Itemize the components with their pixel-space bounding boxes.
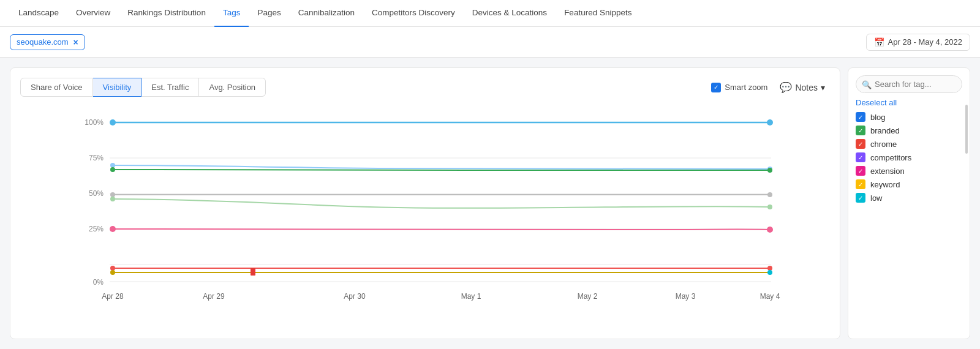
svg-point-27 bbox=[110, 270, 115, 275]
svg-text:Apr 29: Apr 29 bbox=[203, 292, 225, 301]
nav-item-landscape[interactable]: Landscape bbox=[10, 0, 67, 27]
tag-item-extension[interactable]: ✓ extension bbox=[856, 166, 962, 176]
tag-checkbox-competitors[interactable]: ✓ bbox=[856, 152, 865, 162]
svg-point-21 bbox=[110, 197, 115, 201]
svg-text:50%: 50% bbox=[89, 189, 104, 198]
tag-checkbox-blog[interactable]: ✓ bbox=[856, 112, 865, 122]
tag-search-wrapper: 🔍 bbox=[856, 75, 962, 93]
domain-label: seoquake.com bbox=[17, 37, 69, 47]
calendar-icon: 📅 bbox=[874, 37, 884, 47]
svg-point-19 bbox=[110, 192, 115, 197]
tag-item-branded[interactable]: ✓ branded bbox=[856, 126, 962, 135]
domain-tag[interactable]: seoquake.com × bbox=[10, 34, 85, 50]
tag-checkbox-low[interactable]: ✓ bbox=[856, 193, 865, 203]
svg-text:May 4: May 4 bbox=[760, 292, 780, 301]
svg-text:May 3: May 3 bbox=[676, 292, 696, 301]
right-panel: 🔍 Deselect all ✓ blog ✓ branded ✓ chrome… bbox=[848, 67, 970, 339]
svg-text:25%: 25% bbox=[89, 225, 104, 233]
svg-text:Apr 30: Apr 30 bbox=[344, 292, 366, 301]
svg-point-16 bbox=[110, 167, 115, 172]
svg-text:May 2: May 2 bbox=[578, 292, 598, 301]
tag-label-low: low bbox=[870, 193, 883, 203]
chart-svg: 100% 75% 50% 25% 0% bbox=[20, 104, 830, 312]
smart-zoom-control[interactable]: ✓ Smart zoom bbox=[711, 83, 767, 92]
chart-card: Share of VoiceVisibilityEst. TrafficAvg.… bbox=[10, 67, 840, 339]
tag-item-chrome[interactable]: ✓ chrome bbox=[856, 139, 962, 149]
nav-item-devices-&-locations[interactable]: Devices & Locations bbox=[464, 0, 556, 27]
nav-bar: LandscapeOverviewRankings DistributionTa… bbox=[0, 0, 980, 27]
nav-item-rankings-distribution[interactable]: Rankings Distribution bbox=[119, 0, 214, 27]
scrollbar[interactable] bbox=[965, 105, 968, 154]
close-domain-button[interactable]: × bbox=[74, 37, 78, 47]
metric-tab-avg.-position[interactable]: Avg. Position bbox=[199, 78, 266, 97]
search-icon: 🔍 bbox=[862, 80, 872, 89]
svg-point-20 bbox=[767, 192, 772, 197]
tag-checkbox-keyword[interactable]: ✓ bbox=[856, 179, 865, 189]
tag-label-keyword: keyword bbox=[870, 180, 900, 189]
svg-rect-29 bbox=[251, 268, 255, 276]
tag-search-input[interactable] bbox=[856, 75, 962, 93]
smart-zoom-label: Smart zoom bbox=[725, 83, 767, 92]
svg-point-22 bbox=[767, 205, 772, 209]
notes-label: Notes bbox=[795, 83, 818, 92]
metric-tab-share-of-voice[interactable]: Share of Voice bbox=[20, 78, 93, 97]
tag-item-keyword[interactable]: ✓ keyword bbox=[856, 179, 962, 189]
chevron-down-icon: ▾ bbox=[821, 83, 825, 92]
main-content: Share of VoiceVisibilityEst. TrafficAvg.… bbox=[0, 58, 980, 349]
date-range-label: Apr 28 - May 4, 2022 bbox=[888, 37, 962, 47]
svg-text:75%: 75% bbox=[89, 154, 104, 162]
svg-point-25 bbox=[110, 266, 115, 271]
tag-label-extension: extension bbox=[870, 167, 905, 176]
metric-tab-visibility[interactable]: Visibility bbox=[93, 78, 142, 97]
nav-item-cannibalization[interactable]: Cannibalization bbox=[290, 0, 363, 27]
svg-point-23 bbox=[110, 226, 116, 232]
tag-checkbox-extension[interactable]: ✓ bbox=[856, 166, 865, 176]
svg-point-28 bbox=[767, 270, 772, 275]
toolbar: seoquake.com × 📅 Apr 28 - May 4, 2022 bbox=[0, 27, 980, 58]
tag-label-blog: blog bbox=[870, 113, 886, 122]
tag-item-low[interactable]: ✓ low bbox=[856, 193, 962, 203]
tag-checkbox-branded[interactable]: ✓ bbox=[856, 126, 865, 135]
chart-area: 100% 75% 50% 25% 0% bbox=[20, 104, 830, 329]
tag-checkbox-chrome[interactable]: ✓ bbox=[856, 139, 865, 149]
svg-point-17 bbox=[767, 168, 772, 173]
notes-icon: 💬 bbox=[780, 81, 792, 93]
notes-button[interactable]: 💬 Notes ▾ bbox=[780, 81, 825, 93]
svg-point-13 bbox=[767, 119, 773, 126]
metric-tab-est.-traffic[interactable]: Est. Traffic bbox=[141, 78, 199, 97]
tabs-controls-row: Share of VoiceVisibilityEst. TrafficAvg.… bbox=[20, 78, 830, 97]
nav-item-featured-snippets[interactable]: Featured Snippets bbox=[556, 0, 640, 27]
svg-text:0%: 0% bbox=[93, 278, 104, 287]
svg-text:May 1: May 1 bbox=[461, 292, 481, 301]
chart-controls: ✓ Smart zoom 💬 Notes ▾ bbox=[711, 81, 830, 93]
nav-item-overview[interactable]: Overview bbox=[67, 0, 119, 27]
deselect-all-button[interactable]: Deselect all bbox=[856, 98, 962, 107]
tag-label-competitors: competitors bbox=[870, 153, 911, 162]
tag-list: ✓ blog ✓ branded ✓ chrome ✓ competitors … bbox=[856, 112, 962, 203]
nav-item-pages[interactable]: Pages bbox=[249, 0, 289, 27]
date-range-picker[interactable]: 📅 Apr 28 - May 4, 2022 bbox=[866, 34, 970, 51]
svg-text:Apr 28: Apr 28 bbox=[102, 292, 124, 301]
tag-item-competitors[interactable]: ✓ competitors bbox=[856, 152, 962, 162]
tag-label-branded: branded bbox=[870, 126, 900, 135]
svg-point-26 bbox=[767, 266, 772, 271]
metrics-tabs: Share of VoiceVisibilityEst. TrafficAvg.… bbox=[20, 78, 266, 97]
tag-item-blog[interactable]: ✓ blog bbox=[856, 112, 962, 122]
svg-point-12 bbox=[110, 119, 116, 126]
svg-text:100%: 100% bbox=[85, 118, 104, 127]
smart-zoom-checkbox[interactable]: ✓ bbox=[711, 83, 721, 92]
nav-item-competitors-discovery[interactable]: Competitors Discovery bbox=[363, 0, 464, 27]
nav-item-tags[interactable]: Tags bbox=[214, 0, 249, 27]
tag-label-chrome: chrome bbox=[870, 140, 897, 149]
svg-point-24 bbox=[767, 227, 773, 233]
svg-point-14 bbox=[110, 163, 115, 168]
